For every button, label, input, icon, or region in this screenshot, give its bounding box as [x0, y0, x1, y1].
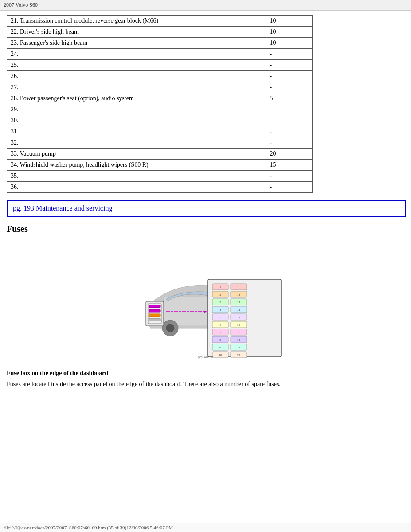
fuse-description: 29. — [7, 104, 266, 115]
fuse-description: 23. Passenger's side high beam — [7, 38, 266, 49]
fuse-value: - — [266, 60, 312, 71]
table-row: 28. Power passenger's seat (option), aud… — [7, 93, 313, 104]
table-row: 29.- — [7, 104, 313, 115]
svg-text:15: 15 — [237, 316, 240, 319]
table-row: 27.- — [7, 82, 313, 93]
fuse-box-heading: Fuse box on the edge of the dashboard — [7, 370, 404, 377]
svg-text:5: 5 — [219, 316, 221, 319]
fuse-diagram-svg: // Will be generated by JS below 1112123… — [119, 239, 292, 359]
main-content: 21. Transmission control module, reverse… — [0, 11, 411, 400]
fuse-box-text: Fuses are located inside the access pane… — [7, 379, 404, 389]
table-row: 35.- — [7, 171, 313, 182]
fuse-description: 25. — [7, 60, 266, 71]
fuse-description: 24. — [7, 49, 266, 60]
svg-text:1: 1 — [219, 286, 221, 289]
fuse-description: 28. Power passenger's seat (option), aud… — [7, 93, 266, 104]
table-row: 21. Transmission control module, reverse… — [7, 16, 313, 27]
svg-text:3: 3 — [219, 301, 221, 304]
svg-point-2 — [166, 324, 175, 332]
svg-text:10: 10 — [219, 353, 222, 357]
fuse-value: 5 — [266, 93, 312, 104]
fuse-table: 21. Transmission control module, reverse… — [7, 15, 313, 193]
fuse-description: 35. — [7, 171, 266, 182]
fuse-value: 10 — [266, 38, 312, 49]
svg-rect-9 — [149, 314, 160, 317]
table-row: 32.- — [7, 137, 313, 149]
fuse-value: 10 — [266, 16, 312, 27]
svg-text:11: 11 — [237, 286, 240, 289]
svg-rect-10 — [149, 318, 160, 321]
page-wrapper: 2007 Volvo S60 21. Transmission control … — [0, 0, 411, 532]
table-row: 26.- — [7, 71, 313, 82]
table-row: 31.- — [7, 126, 313, 137]
table-row: 24.- — [7, 49, 313, 60]
fuse-value: - — [266, 82, 312, 93]
svg-rect-8 — [149, 309, 160, 312]
table-row: 34. Windshield washer pump, headlight wi… — [7, 160, 313, 171]
svg-text:18: 18 — [237, 338, 240, 342]
svg-text:17: 17 — [237, 331, 240, 334]
svg-text:12: 12 — [237, 293, 240, 297]
fuse-description: 21. Transmission control module, reverse… — [7, 16, 266, 27]
svg-text:p79 4403A: p79 4403A — [198, 355, 214, 359]
fuse-description: 30. — [7, 115, 266, 126]
fuse-description: 33. Vacuum pump — [7, 149, 266, 160]
svg-text:14: 14 — [237, 308, 240, 312]
svg-text:6: 6 — [219, 323, 221, 327]
fuses-heading: Fuses — [7, 224, 404, 234]
svg-text:16: 16 — [237, 323, 240, 327]
fuse-value: 20 — [266, 149, 312, 160]
fuse-value: - — [266, 104, 312, 115]
nav-box[interactable]: pg. 193 Maintenance and servicing — [7, 200, 406, 217]
fuse-description: 22. Driver's side high beam — [7, 27, 266, 38]
fuse-value: 10 — [266, 27, 312, 38]
fuse-description: 31. — [7, 126, 266, 137]
svg-text:9: 9 — [219, 346, 221, 349]
table-row: 23. Passenger's side high beam10 — [7, 38, 313, 49]
svg-text:7: 7 — [219, 331, 221, 334]
svg-text:8: 8 — [219, 338, 221, 342]
table-row: 36.- — [7, 182, 313, 193]
svg-text:2: 2 — [219, 293, 221, 297]
fuse-description: 26. — [7, 71, 266, 82]
status-bar: file:///K|/ownersdocs/2007/2007_S60/07s6… — [0, 523, 411, 532]
fuse-description: 34. Windshield washer pump, headlight wi… — [7, 160, 266, 171]
status-bar-text: file:///K|/ownersdocs/2007/2007_S60/07s6… — [4, 525, 173, 530]
fuse-value: - — [266, 126, 312, 137]
svg-rect-7 — [149, 305, 160, 308]
svg-text:4: 4 — [219, 308, 221, 312]
fuse-value: - — [266, 49, 312, 60]
svg-text:13: 13 — [237, 301, 240, 304]
title-bar: 2007 Volvo S60 — [0, 0, 411, 11]
nav-box-text: pg. 193 Maintenance and servicing — [13, 204, 112, 212]
fuse-description: 36. — [7, 182, 266, 193]
table-row: 30.- — [7, 115, 313, 126]
fuse-description: 27. — [7, 82, 266, 93]
fuse-description: 32. — [7, 137, 266, 149]
fuse-value: - — [266, 71, 312, 82]
svg-text:19: 19 — [237, 346, 240, 349]
svg-text:20: 20 — [237, 353, 240, 357]
fuse-value: - — [266, 137, 312, 149]
title-text: 2007 Volvo S60 — [4, 2, 38, 8]
fuse-diagram: // Will be generated by JS below 1112123… — [113, 239, 299, 361]
table-row: 22. Driver's side high beam10 — [7, 27, 313, 38]
fuse-value: 15 — [266, 160, 312, 171]
fuse-value: - — [266, 115, 312, 126]
fuse-value: - — [266, 182, 312, 193]
table-row: 25.- — [7, 60, 313, 71]
fuse-value: - — [266, 171, 312, 182]
table-row: 33. Vacuum pump20 — [7, 149, 313, 160]
